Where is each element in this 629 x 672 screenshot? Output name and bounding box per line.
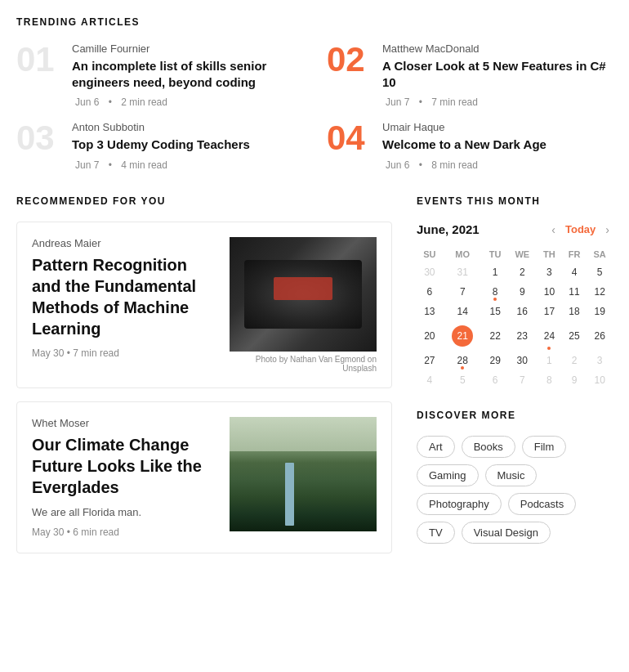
calendar-day[interactable]: 16 bbox=[507, 302, 537, 321]
calendar-day[interactable]: 7 bbox=[443, 282, 483, 302]
calendar-day[interactable]: 18 bbox=[562, 302, 587, 321]
calendar-day[interactable]: 23 bbox=[507, 321, 537, 351]
discover-tag[interactable]: Gaming bbox=[417, 464, 479, 486]
calendar-day[interactable]: 4 bbox=[417, 370, 443, 390]
everglades-image bbox=[230, 417, 377, 531]
discover-tag[interactable]: Art bbox=[417, 436, 455, 458]
article-excerpt-2: We are all Florida man. bbox=[32, 506, 216, 518]
trending-number-2: 02 bbox=[327, 43, 369, 77]
calendar-week-row: 6789101112 bbox=[417, 282, 613, 302]
calendar-day[interactable]: 1 bbox=[483, 262, 508, 282]
trending-item-1: 01 Camille Fournier An incomplete list o… bbox=[16, 43, 302, 108]
calendar-day[interactable]: 19 bbox=[587, 302, 613, 321]
calendar-day[interactable]: 5 bbox=[443, 370, 483, 390]
weekday-sa: SA bbox=[587, 246, 613, 262]
calendar-prev-button[interactable]: ‹ bbox=[548, 222, 559, 238]
calendar-day[interactable]: 9 bbox=[562, 370, 587, 390]
calendar-day[interactable]: 25 bbox=[562, 321, 587, 351]
calendar-day[interactable]: 24 bbox=[537, 321, 562, 351]
trending-author-2: Matthew MacDonald bbox=[382, 43, 613, 55]
calendar-day[interactable]: 3 bbox=[537, 262, 562, 282]
article-meta-1: May 30 • 7 min read bbox=[32, 347, 216, 359]
discover-tag[interactable]: Podcasts bbox=[508, 493, 576, 515]
calendar-next-button[interactable]: › bbox=[602, 222, 613, 238]
discover-title: DISCOVER MORE bbox=[417, 410, 613, 421]
trending-title: TRENDING ARTICLES bbox=[16, 16, 613, 28]
trending-meta-4: Jun 6 • 8 min read bbox=[382, 159, 546, 171]
trending-article-title-2[interactable]: A Closer Look at 5 New Features in C# 10 bbox=[382, 58, 613, 90]
trending-item-4: 04 Umair Haque Welcome to a New Dark Age… bbox=[327, 121, 613, 171]
calendar-section: EVENTS THIS MONTH June, 2021 ‹ Today › S… bbox=[417, 195, 613, 390]
calendar-day[interactable]: 26 bbox=[587, 321, 613, 351]
calendar-day[interactable]: 4 bbox=[562, 262, 587, 282]
trending-content-4: Umair Haque Welcome to a New Dark Age Ju… bbox=[382, 121, 546, 171]
main-layout: RECOMMENDED FOR YOU Andreas Maier Patter… bbox=[16, 195, 613, 567]
article-title-2[interactable]: Our Climate Change Future Looks Like the… bbox=[32, 434, 216, 498]
trending-author-1: Camille Fournier bbox=[72, 43, 302, 55]
discover-tag[interactable]: Film bbox=[522, 436, 567, 458]
calendar-day[interactable]: 2 bbox=[507, 262, 537, 282]
trending-item-2: 02 Matthew MacDonald A Closer Look at 5 … bbox=[327, 43, 613, 108]
calendar-day[interactable]: 11 bbox=[562, 282, 587, 302]
calendar-day[interactable]: 20 bbox=[417, 321, 443, 351]
calendar-day[interactable]: 14 bbox=[443, 302, 483, 321]
trending-article-title-1[interactable]: An incomplete list of skills senior engi… bbox=[72, 58, 302, 90]
calendar-day[interactable]: 3 bbox=[587, 351, 613, 370]
discover-tag[interactable]: Photography bbox=[417, 493, 502, 515]
article-card-1[interactable]: Andreas Maier Pattern Recognition and th… bbox=[16, 222, 392, 388]
calendar-today[interactable]: 21 bbox=[443, 321, 483, 351]
discover-tag[interactable]: Visual Design bbox=[462, 522, 551, 544]
calendar-day[interactable]: 15 bbox=[483, 302, 508, 321]
calendar-day[interactable]: 10 bbox=[537, 282, 562, 302]
discover-tag[interactable]: TV bbox=[417, 522, 455, 544]
calendar-day[interactable]: 30 bbox=[417, 262, 443, 282]
calendar-day[interactable]: 10 bbox=[587, 370, 613, 390]
calendar-day[interactable]: 7 bbox=[507, 370, 537, 390]
calendar-week-row: 13141516171819 bbox=[417, 302, 613, 321]
calendar-day[interactable]: 8 bbox=[537, 370, 562, 390]
calendar-day[interactable]: 6 bbox=[417, 282, 443, 302]
calendar-day[interactable]: 31 bbox=[443, 262, 483, 282]
trending-content-3: Anton Subbotin Top 3 Udemy Coding Teache… bbox=[72, 121, 250, 171]
calendar-nav: ‹ Today › bbox=[548, 222, 613, 238]
calendar-day[interactable]: 17 bbox=[537, 302, 562, 321]
calendar-day[interactable]: 30 bbox=[507, 351, 537, 370]
calendar-day[interactable]: 13 bbox=[417, 302, 443, 321]
trending-meta-2: Jun 7 • 7 min read bbox=[382, 96, 613, 108]
calendar-day[interactable]: 1 bbox=[537, 351, 562, 370]
calendar-day[interactable]: 6 bbox=[483, 370, 508, 390]
calendar-day[interactable]: 28 bbox=[443, 351, 483, 370]
article-card-2[interactable]: Whet Moser Our Climate Change Future Loo… bbox=[16, 401, 392, 553]
article-author-1: Andreas Maier bbox=[32, 237, 216, 249]
calendar-week-row: 45678910 bbox=[417, 370, 613, 390]
calendar-week-row: 303112345 bbox=[417, 262, 613, 282]
article-meta-2: May 30 • 6 min read bbox=[32, 526, 216, 538]
calendar-day[interactable]: 22 bbox=[483, 321, 508, 351]
calendar-weekday-row: SU MO TU WE TH FR SA bbox=[417, 246, 613, 262]
calendar-today-button[interactable]: Today bbox=[565, 223, 596, 235]
calendar-day[interactable]: 8 bbox=[483, 282, 508, 302]
trending-number-4: 04 bbox=[327, 121, 369, 155]
calendar-day[interactable]: 9 bbox=[507, 282, 537, 302]
discover-tag[interactable]: Books bbox=[462, 436, 515, 458]
trending-meta-3: Jun 7 • 4 min read bbox=[72, 159, 250, 171]
calendar-day[interactable]: 5 bbox=[587, 262, 613, 282]
calendar-month: June, 2021 bbox=[417, 222, 480, 236]
recommended-section: RECOMMENDED FOR YOU Andreas Maier Patter… bbox=[16, 195, 392, 567]
trending-item-3: 03 Anton Subbotin Top 3 Udemy Coding Tea… bbox=[16, 121, 302, 171]
trending-article-title-4[interactable]: Welcome to a New Dark Age bbox=[382, 137, 546, 153]
discover-tag[interactable]: Music bbox=[485, 464, 538, 486]
trending-grid: 01 Camille Fournier An incomplete list o… bbox=[16, 43, 613, 171]
weekday-we: WE bbox=[507, 246, 537, 262]
calendar-day[interactable]: 12 bbox=[587, 282, 613, 302]
article-card-content-1: Andreas Maier Pattern Recognition and th… bbox=[32, 237, 216, 373]
article-title-1[interactable]: Pattern Recognition and the Fundamental … bbox=[32, 254, 216, 339]
calendar-day[interactable]: 27 bbox=[417, 351, 443, 370]
recommended-title: RECOMMENDED FOR YOU bbox=[16, 195, 392, 207]
calendar-week-row: 20212223242526 bbox=[417, 321, 613, 351]
discover-tags: ArtBooksFilmGamingMusicPhotographyPodcas… bbox=[417, 436, 613, 544]
calendar-day[interactable]: 2 bbox=[562, 351, 587, 370]
calendar-day[interactable]: 29 bbox=[483, 351, 508, 370]
trending-article-title-3[interactable]: Top 3 Udemy Coding Teachers bbox=[72, 137, 250, 153]
trending-author-3: Anton Subbotin bbox=[72, 121, 250, 133]
